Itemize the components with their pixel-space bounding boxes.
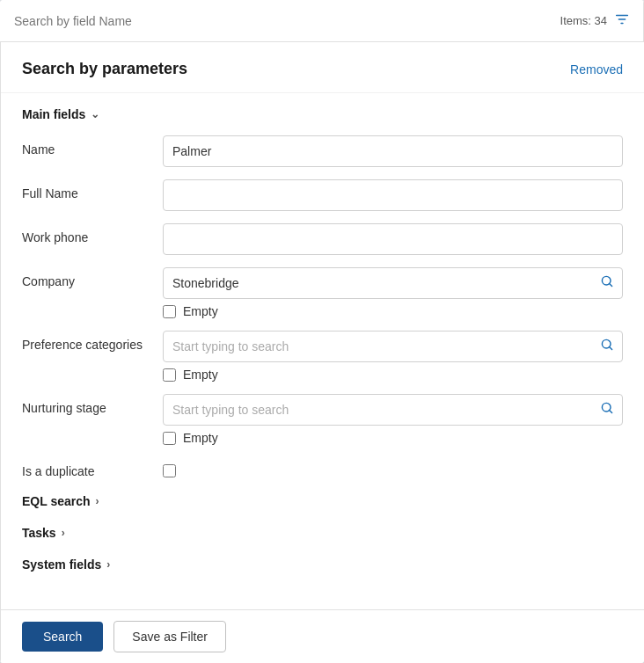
nurturing-stage-input-wrap: Empty [163, 394, 623, 445]
panel-content: Main fields ⌄ Name Full Name Work phone [1, 93, 644, 609]
full-name-input-wrap [163, 179, 623, 211]
nurturing-empty-row: Empty [163, 431, 623, 445]
preference-categories-label: Preference categories [22, 331, 163, 352]
nurturing-stage-search-wrapper [163, 394, 623, 426]
preference-empty-row: Empty [163, 368, 623, 382]
name-input[interactable] [163, 135, 623, 167]
tasks-label: Tasks [22, 526, 56, 540]
system-fields-chevron-icon: › [106, 558, 110, 571]
panel-title: Search by parameters [22, 60, 187, 78]
save-filter-button[interactable]: Save as Filter [113, 621, 226, 652]
company-search-input[interactable] [163, 267, 623, 299]
chevron-down-icon: ⌄ [91, 108, 99, 120]
name-input-wrap [163, 135, 623, 167]
company-search-wrapper [163, 267, 623, 299]
preference-categories-input-wrap: Empty [163, 331, 623, 382]
company-empty-row: Empty [163, 304, 623, 318]
eql-search-chevron-icon: › [96, 495, 99, 507]
company-input-wrap: Empty [163, 267, 623, 318]
company-label: Company [22, 267, 163, 288]
main-fields-label: Main fields [22, 107, 85, 121]
company-empty-checkbox[interactable] [163, 305, 176, 318]
eql-search-label: EQL search [22, 494, 91, 508]
top-bar-info: Items: 34 [560, 11, 630, 30]
company-empty-label: Empty [183, 304, 218, 318]
full-name-field-row: Full Name [22, 179, 623, 211]
name-field-row: Name [22, 135, 623, 167]
is-duplicate-input-wrap [163, 457, 623, 477]
nurturing-stage-search-input[interactable] [163, 394, 623, 426]
preference-categories-search-input[interactable] [163, 331, 623, 362]
preference-empty-label: Empty [183, 368, 218, 382]
tasks-section[interactable]: Tasks › [22, 522, 623, 543]
tasks-chevron-icon: › [62, 527, 65, 539]
top-search-input[interactable] [14, 14, 560, 28]
nurturing-empty-checkbox[interactable] [163, 432, 176, 445]
name-label: Name [22, 135, 163, 157]
work-phone-input-wrap [163, 223, 623, 255]
work-phone-input[interactable] [163, 223, 623, 255]
work-phone-field-row: Work phone [22, 223, 623, 255]
is-duplicate-label: Is a duplicate [22, 457, 163, 478]
items-count: Items: 34 [560, 14, 607, 27]
nurturing-stage-field-row: Nurturing stage Empty [22, 394, 623, 445]
preference-categories-search-wrapper [163, 331, 623, 362]
preference-categories-field-row: Preference categories Empty [22, 331, 623, 382]
filter-icon[interactable] [614, 11, 630, 30]
panel-footer: Search Save as Filter [1, 609, 644, 663]
work-phone-label: Work phone [22, 223, 163, 244]
is-duplicate-field-row: Is a duplicate [22, 457, 623, 478]
preference-empty-checkbox[interactable] [163, 368, 176, 382]
search-panel: Search by parameters Removed Main fields… [0, 42, 644, 663]
nurturing-empty-label: Empty [183, 431, 218, 445]
nurturing-stage-label: Nurturing stage [22, 394, 163, 415]
top-search-bar: Items: 34 [0, 0, 644, 42]
is-duplicate-checkbox[interactable] [163, 464, 176, 477]
system-fields-section[interactable]: System fields › [22, 554, 623, 575]
eql-search-section[interactable]: EQL search › [22, 491, 623, 512]
company-field-row: Company Empty [22, 267, 623, 318]
full-name-label: Full Name [22, 179, 163, 200]
removed-badge[interactable]: Removed [570, 62, 623, 76]
panel-header: Search by parameters Removed [1, 42, 644, 93]
system-fields-label: System fields [22, 557, 101, 572]
full-name-input[interactable] [163, 179, 623, 211]
search-button[interactable]: Search [22, 622, 103, 652]
main-fields-section-header[interactable]: Main fields ⌄ [22, 107, 623, 121]
